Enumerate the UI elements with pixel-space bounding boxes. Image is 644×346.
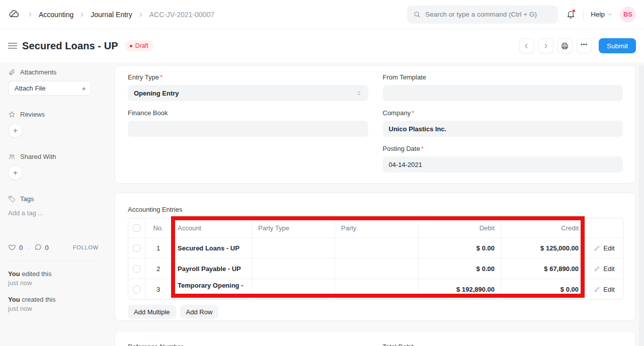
select-chevrons-icon [356,90,362,97]
entries-table: No. Account Party Type Party Debit Credi… [128,218,624,300]
previous-document-button[interactable] [519,38,534,53]
debit-cell[interactable]: $ 192,890.00 [419,279,501,299]
entry-type-select[interactable]: Opening Entry [128,85,368,101]
users-icon [8,153,16,160]
party-type-cell[interactable] [252,238,335,258]
plus-icon: + [13,168,18,178]
add-multiple-button[interactable]: Add Multiple [128,305,176,319]
breadcrumb-current-doc: ACC-JV-2021-00007 [149,11,214,19]
account-cell[interactable]: Secured Loans - UP [172,238,252,258]
scrollbar[interactable] [639,65,644,346]
credit-cell[interactable]: $ 125,000.00 [501,238,585,258]
help-menu[interactable]: Help [591,11,613,18]
credit-cell[interactable]: $ 0.00 [501,279,585,299]
finance-book-field: Finance Book [128,109,368,137]
debit-cell[interactable]: $ 0.00 [419,258,501,279]
engagement-row: 0 · 0 FOLLOW [8,243,99,251]
tag-icon [8,195,16,203]
star-icon [8,111,16,118]
activity-entry: You created this just now [8,295,99,313]
reviews-section-header: Reviews [8,111,99,118]
reference-number-label: Reference Number [128,343,368,346]
edit-label: Edit [603,265,614,273]
account-cell[interactable]: Temporary Opening - ... [172,279,252,299]
chevron-right-icon [137,11,144,18]
table-row: 3 Temporary Opening - ... $ 192,890.00 $… [128,279,623,299]
finance-book-label: Finance Book [128,109,368,117]
comments-count: 0 [45,244,49,251]
from-template-field: From Template [383,73,623,101]
breadcrumb-journal-entry[interactable]: Journal Entry [91,11,132,19]
add-review-button[interactable]: + [8,123,23,138]
print-button[interactable] [557,38,573,53]
more-actions-button[interactable]: ••• [577,38,592,53]
row-checkbox[interactable] [133,286,140,293]
next-document-button[interactable] [538,38,553,53]
debit-cell[interactable]: $ 0.00 [419,238,501,258]
user-avatar[interactable]: BS [620,7,636,23]
app-logo-icon[interactable] [8,8,21,21]
search-input[interactable] [425,11,552,18]
submit-button[interactable]: Submit [599,38,636,53]
edit-row-button[interactable]: Edit [594,244,614,252]
party-cell[interactable] [335,258,419,279]
attachments-label: Attachments [20,68,56,76]
account-cell[interactable]: Payroll Payable - UP [172,258,252,279]
table-header-row: No. Account Party Type Party Debit Credi… [128,218,623,237]
edit-row-button[interactable]: Edit [594,286,614,293]
reference-section-card: Reference Number Total Debit [115,331,636,346]
follow-button[interactable]: FOLLOW [73,244,99,250]
accounting-entries-card: Accounting Entries No. Account Party Typ… [115,193,636,321]
add-tag-input[interactable]: Add a tag ... [8,209,99,217]
credit-cell[interactable]: $ 67,890.00 [501,258,585,279]
activity-time: just now [8,279,99,288]
status-badge: Draft [125,40,153,51]
party-cell[interactable] [335,238,419,258]
global-search[interactable] [407,6,558,24]
empty-cell [128,145,368,172]
likes-count: 0 [19,244,23,251]
col-header-account[interactable]: Account [172,218,252,237]
posting-date-input[interactable]: 04-14-2021 [383,156,623,172]
notification-badge [572,9,576,13]
divider [8,261,99,261]
entry-type-label: Entry Type [128,73,159,81]
company-input[interactable]: Unico Plastics Inc. [383,121,623,137]
required-asterisk: * [412,109,414,117]
shared-with-label: Shared With [20,153,56,160]
sidebar-toggle-icon[interactable] [8,43,17,49]
finance-book-input[interactable] [128,121,368,137]
status-label: Draft [135,42,148,49]
heart-icon[interactable] [8,243,16,251]
accounting-entries-label: Accounting Entries [128,206,623,213]
party-cell[interactable] [335,279,419,299]
plus-icon: + [82,84,86,93]
select-all-checkbox[interactable] [133,224,140,232]
party-type-cell[interactable] [252,279,335,299]
party-type-cell[interactable] [252,258,335,279]
col-header-party-type[interactable]: Party Type [252,218,335,237]
row-number: 3 [145,279,172,299]
tags-section-header: Tags [8,195,99,203]
posting-date-field: Posting Date* 04-14-2021 [383,145,623,172]
from-template-input[interactable] [383,85,623,101]
row-checkbox[interactable] [133,244,140,252]
col-header-credit[interactable]: Credit [501,218,585,237]
row-checkbox[interactable] [133,265,140,273]
col-header-debit[interactable]: Debit [419,218,501,237]
edit-row-button[interactable]: Edit [594,265,614,273]
plus-icon: + [13,126,18,135]
attach-file-label: Attach File [15,84,45,92]
activity-actor: You [8,270,20,278]
attach-file-button[interactable]: Attach File + [8,81,92,96]
chevron-right-icon [78,11,86,18]
col-header-no: No. [145,218,172,237]
col-header-party[interactable]: Party [335,218,419,237]
notifications-button[interactable] [565,9,576,20]
add-row-button[interactable]: Add Row [180,305,219,319]
breadcrumb-accounting[interactable]: Accounting [39,11,73,19]
ellipsis-icon: ••• [581,42,588,47]
comment-icon[interactable] [34,243,42,251]
share-button[interactable]: + [8,165,23,180]
paperclip-icon [8,68,16,76]
